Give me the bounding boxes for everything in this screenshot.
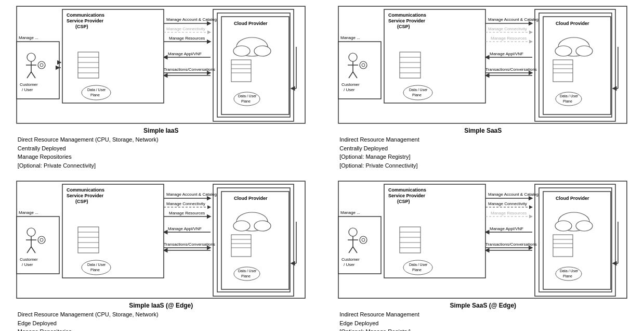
title-saas-edge: Simple SaaS (@ Edge)	[339, 302, 626, 309]
svg-point-18	[233, 46, 250, 56]
svg-text:Customer: Customer	[20, 257, 38, 262]
svg-text:Service Provider: Service Provider	[388, 193, 426, 198]
svg-point-34	[40, 63, 43, 67]
svg-text:Data / User: Data / User	[238, 94, 257, 98]
svg-text:Plane: Plane	[563, 274, 572, 278]
svg-rect-175	[553, 235, 573, 257]
svg-text:Plane: Plane	[241, 274, 251, 278]
svg-point-122	[233, 221, 250, 231]
svg-text:(CSP): (CSP)	[75, 199, 88, 204]
svg-text:Communications: Communications	[388, 12, 426, 18]
svg-point-87	[362, 63, 365, 67]
svg-rect-20	[231, 60, 251, 82]
title-iaas: Simple IaaS	[18, 127, 305, 134]
svg-text:Plane: Plane	[412, 268, 422, 272]
svg-text:/ User: / User	[22, 262, 33, 267]
svg-text:Plane: Plane	[90, 268, 100, 272]
desc-iaas-edge-1: Edge Deployed	[18, 319, 305, 328]
section-saas-edge: Communications Service Provider (CSP) Da…	[322, 175, 645, 331]
svg-rect-5	[78, 52, 99, 78]
svg-rect-156	[384, 184, 485, 278]
section-iaas-edge: Communications Service Provider (CSP) Da…	[0, 175, 322, 331]
svg-text:Communications: Communications	[67, 187, 104, 193]
desc-saas-edge-0: Indirect Resource Management	[339, 310, 626, 319]
desc-saas-0: Indirect Resource Management	[339, 135, 626, 144]
svg-point-19	[254, 46, 271, 56]
svg-point-71	[555, 46, 572, 56]
svg-text:Communications: Communications	[388, 187, 426, 193]
svg-text:Manage Resources: Manage Resources	[169, 36, 205, 41]
diagram-saas: Communications Service Provider (CSP) Da…	[337, 5, 628, 125]
diagram-iaas-edge: Communications Service Provider (CSP) Da…	[16, 180, 307, 300]
desc-saas-2: [Optional: Manage Registry]	[339, 152, 626, 161]
svg-text:Data / User: Data / User	[409, 263, 428, 266]
svg-point-123	[254, 221, 271, 231]
svg-text:Plane: Plane	[241, 99, 251, 103]
svg-text:Plane: Plane	[563, 99, 572, 103]
svg-rect-1	[62, 9, 164, 103]
svg-rect-109	[78, 227, 99, 253]
svg-text:Data / User: Data / User	[560, 269, 579, 273]
svg-text:Service Provider: Service Provider	[67, 18, 104, 23]
svg-point-132	[27, 228, 35, 236]
svg-text:Customer: Customer	[341, 257, 360, 262]
desc-saas-edge-1: Edge Deployed	[339, 319, 626, 328]
svg-text:Plane: Plane	[90, 93, 100, 97]
svg-point-174	[576, 221, 593, 231]
title-iaas-edge: Simple IaaS (@ Edge)	[18, 302, 305, 309]
svg-text:Manage Account & Catalog: Manage Account & Catalog	[166, 192, 217, 197]
svg-text:Customer: Customer	[20, 82, 38, 87]
svg-text:Manage Appl/VNF: Manage Appl/VNF	[168, 52, 202, 56]
svg-point-81	[349, 53, 357, 61]
svg-text:Manage Appl/VNF: Manage Appl/VNF	[168, 226, 202, 231]
svg-point-72	[576, 46, 593, 56]
svg-text:Customer: Customer	[341, 82, 360, 87]
svg-text:Manage Resources: Manage Resources	[491, 211, 527, 215]
svg-text:Manage Appl/VNF: Manage Appl/VNF	[490, 226, 523, 231]
svg-text:Transactions/Conversations: Transactions/Conversations	[164, 242, 215, 247]
desc-iaas-edge-2: Manage Repositories	[18, 327, 305, 331]
desc-iaas-edge: Simple IaaS (@ Edge) Direct Resource Man…	[16, 300, 307, 331]
svg-rect-54	[384, 9, 485, 103]
svg-rect-160	[400, 227, 420, 253]
svg-text:Communications: Communications	[67, 12, 104, 18]
svg-text:Plane: Plane	[412, 93, 422, 97]
svg-text:/ User: / User	[22, 87, 33, 92]
svg-text:Service Provider: Service Provider	[67, 193, 104, 198]
svg-text:Cloud Provider: Cloud Provider	[234, 196, 268, 201]
svg-point-183	[349, 228, 357, 236]
desc-saas-edge: Simple SaaS (@ Edge) Indirect Resource M…	[337, 300, 628, 331]
desc-saas-1: Centrally Deployed	[339, 144, 626, 153]
desc-saas-edge-2: [Optional: Manage Registry]	[339, 327, 626, 331]
svg-text:Manage Appl/VNF: Manage Appl/VNF	[490, 52, 523, 56]
svg-point-173	[555, 221, 572, 231]
svg-text:Manage ...: Manage ...	[19, 210, 38, 215]
svg-text:Transactions/Conversations: Transactions/Conversations	[485, 242, 537, 247]
svg-text:Manage ...: Manage ...	[340, 210, 360, 215]
svg-rect-58	[400, 52, 420, 78]
desc-saas: Simple SaaS Indirect Resource Management…	[337, 125, 628, 172]
svg-text:Manage Connectivity: Manage Connectivity	[488, 201, 527, 206]
svg-text:Transactions/Conversations: Transactions/Conversations	[485, 67, 537, 72]
section-saas: Communications Service Provider (CSP) Da…	[322, 0, 645, 175]
desc-iaas-edge-0: Direct Resource Management (CPU, Storage…	[18, 310, 305, 319]
diagram-iaas: Communications Service Provider (CSP) Da…	[16, 5, 307, 125]
svg-point-189	[362, 238, 365, 241]
svg-text:Data / User: Data / User	[560, 94, 579, 98]
svg-rect-124	[231, 235, 251, 257]
svg-text:Manage Connectivity: Manage Connectivity	[166, 27, 205, 31]
diagram-saas-edge: Communications Service Provider (CSP) Da…	[337, 180, 628, 300]
desc-iaas-3: [Optional: Private Connectivity]	[18, 161, 305, 170]
svg-text:(CSP): (CSP)	[75, 24, 88, 29]
svg-text:/ User: / User	[344, 87, 355, 92]
svg-rect-105	[62, 184, 164, 278]
title-saas: Simple SaaS	[339, 127, 626, 134]
svg-text:Data / User: Data / User	[87, 88, 106, 92]
svg-text:Manage ...: Manage ...	[340, 35, 360, 40]
desc-saas-3: [Optional: Private Connectivity]	[339, 161, 626, 170]
desc-iaas-1: Centrally Deployed	[18, 144, 305, 153]
main-grid: Communications Service Provider (CSP) Da…	[0, 0, 644, 331]
svg-text:/ User: / User	[344, 262, 355, 267]
svg-text:Cloud Provider: Cloud Provider	[234, 21, 268, 26]
svg-text:Service Provider: Service Provider	[388, 18, 426, 23]
